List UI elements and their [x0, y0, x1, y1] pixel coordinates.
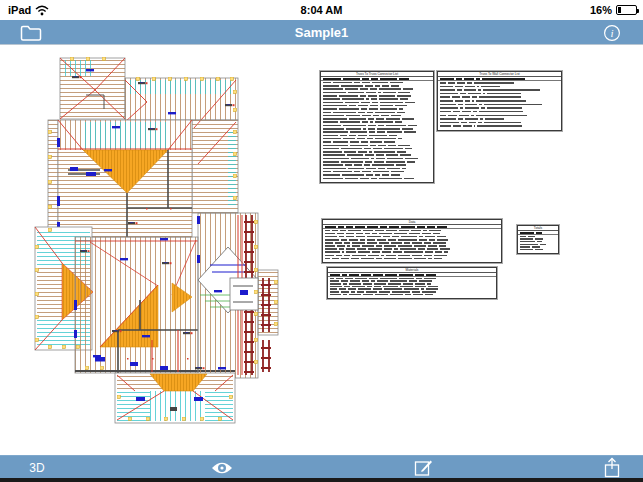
share-icon	[603, 457, 621, 478]
plan-section-top-left	[60, 58, 125, 119]
battery-percent-label: 16%	[590, 4, 612, 16]
documents-folder-button[interactable]	[14, 21, 48, 44]
plan-section-bottom	[115, 373, 235, 423]
clock: 8:04 AM	[0, 4, 643, 16]
table-truss-to-wall-connector-list: Truss To Wall Connector List	[437, 71, 562, 131]
app-screen: iPad 8:04 AM 16% Sample1 i	[0, 0, 643, 482]
view-options-button[interactable]	[207, 456, 237, 479]
view-3d-button[interactable]: 3D	[22, 456, 52, 479]
plan-section-right-wing	[192, 120, 238, 213]
info-button[interactable]: i	[595, 21, 629, 44]
table-data: Data	[322, 219, 502, 263]
bottom-toolbar: 3D	[0, 455, 643, 478]
table-truss-to-truss-connector-list: Truss To Truss Connector List	[320, 71, 434, 183]
document-viewport[interactable]: Truss To Truss Connector List Truss To W…	[0, 45, 643, 455]
compose-icon	[414, 458, 433, 477]
page-title: Sample1	[0, 20, 643, 45]
annotate-button[interactable]	[408, 456, 438, 479]
eye-icon	[211, 461, 233, 475]
plan-section-lower-right	[197, 213, 278, 378]
status-bar: iPad 8:04 AM 16%	[0, 0, 643, 20]
table-materials: Materials	[327, 267, 497, 299]
navigation-bar: Sample1 i	[0, 20, 643, 45]
folder-open-icon	[20, 24, 42, 41]
battery-icon	[616, 5, 637, 15]
plan-section-mid-left	[48, 120, 192, 237]
screen-bottom-edge	[0, 478, 643, 482]
table-totals: Totals	[517, 225, 559, 254]
share-button[interactable]	[597, 456, 627, 479]
info-circle-icon: i	[603, 24, 621, 42]
svg-text:i: i	[610, 27, 613, 39]
view-3d-label: 3D	[29, 461, 44, 475]
